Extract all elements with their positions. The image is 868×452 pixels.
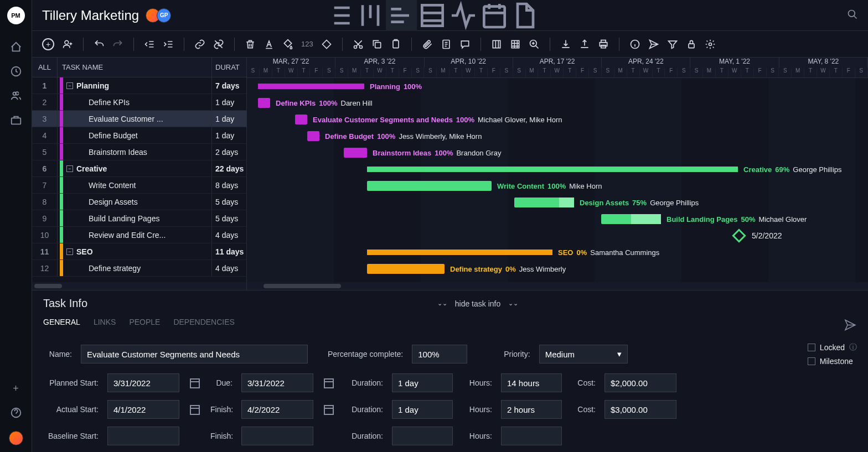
- collapse-icon[interactable]: −: [66, 248, 73, 255]
- filter-icon[interactable]: [667, 39, 678, 50]
- task-name-input[interactable]: [81, 345, 308, 363]
- export-icon[interactable]: [579, 39, 590, 50]
- calendar-icon[interactable]: [322, 376, 335, 389]
- gantt-bar[interactable]: Define strategy0%Jess Wimberly: [367, 264, 445, 274]
- due-input[interactable]: [241, 373, 313, 392]
- gantt-bar[interactable]: SEO0%Samantha Cummings: [367, 250, 552, 255]
- search-icon[interactable]: [847, 9, 858, 22]
- calendar-icon[interactable]: [188, 403, 202, 416]
- gantt-bar[interactable]: Creative69%George Phillips: [367, 167, 738, 172]
- grid-icon[interactable]: [510, 39, 521, 50]
- view-list-icon[interactable]: [324, 0, 355, 31]
- outdent-icon[interactable]: [144, 39, 155, 50]
- col-duration[interactable]: DURAT: [212, 58, 246, 77]
- zoom-icon[interactable]: [529, 39, 540, 50]
- task-row[interactable]: 2 Define KPIs 1 day: [32, 94, 246, 111]
- people-icon[interactable]: [10, 90, 22, 102]
- duration-input[interactable]: [392, 373, 453, 392]
- task-row[interactable]: 6 −Creative 22 days: [32, 160, 246, 177]
- link-icon[interactable]: [194, 39, 205, 50]
- hide-task-info-button[interactable]: ⌄⌄ hide task info ⌄⌄: [437, 299, 519, 308]
- gear-icon[interactable]: [705, 39, 716, 50]
- note-icon[interactable]: [441, 39, 452, 50]
- view-calendar-icon[interactable]: [479, 0, 510, 31]
- app-logo[interactable]: PM: [7, 7, 25, 24]
- paste-icon[interactable]: [390, 39, 401, 50]
- gantt-bar[interactable]: Write Content100%Mike Horn: [367, 181, 492, 191]
- view-gantt-icon[interactable]: [386, 0, 417, 31]
- baseline-hours-input[interactable]: [501, 427, 562, 445]
- indent-icon[interactable]: [163, 39, 174, 50]
- calendar-icon[interactable]: [188, 376, 202, 389]
- task-row[interactable]: 7 Write Content 8 days: [32, 177, 246, 194]
- view-sheet-icon[interactable]: [417, 0, 448, 31]
- col-name[interactable]: TASK NAME: [58, 58, 212, 77]
- task-row[interactable]: 4 Define Budget 1 day: [32, 127, 246, 144]
- task-row[interactable]: 9 Build Landing Pages 5 days: [32, 210, 246, 227]
- delete-icon[interactable]: [245, 39, 256, 50]
- milestone-icon[interactable]: [732, 228, 746, 242]
- actual-start-input[interactable]: [107, 400, 179, 419]
- task-row[interactable]: 8 Design Assets 5 days: [32, 194, 246, 210]
- hours-input[interactable]: [501, 373, 562, 392]
- priority-select[interactable]: Medium▾: [539, 345, 628, 363]
- gantt-bar[interactable]: Build Landing Pages50%Michael Glover: [601, 214, 661, 224]
- import-icon[interactable]: [560, 39, 571, 50]
- view-activity-icon[interactable]: [448, 0, 479, 31]
- columns-icon[interactable]: [491, 39, 502, 50]
- view-file-icon[interactable]: [510, 0, 541, 31]
- undo-icon[interactable]: [94, 39, 105, 50]
- comment-icon[interactable]: [459, 39, 471, 50]
- grid-scrollbar[interactable]: [32, 282, 246, 290]
- diamond-icon[interactable]: [321, 39, 332, 50]
- send-icon[interactable]: [844, 318, 857, 332]
- redo-icon[interactable]: [112, 39, 123, 50]
- attach-icon[interactable]: [422, 39, 433, 50]
- pct-input[interactable]: [412, 345, 467, 363]
- add-person-icon[interactable]: [62, 39, 73, 50]
- lock-icon[interactable]: [686, 39, 697, 50]
- tab-links[interactable]: LINKS: [94, 318, 116, 332]
- locked-checkbox[interactable]: Locked ⓘ: [808, 342, 857, 352]
- task-row[interactable]: 12 Define strategy 4 days: [32, 260, 246, 277]
- info-icon[interactable]: [629, 39, 640, 50]
- task-row[interactable]: 10 Review and Edit Cre... 4 days: [32, 227, 246, 243]
- cost-input[interactable]: [604, 373, 676, 392]
- home-icon[interactable]: [10, 41, 22, 53]
- unlink-icon[interactable]: [213, 39, 224, 50]
- text-123[interactable]: 123: [301, 40, 313, 48]
- col-all[interactable]: ALL: [32, 58, 58, 77]
- member-avatar[interactable]: GP: [157, 8, 171, 23]
- cost-input[interactable]: [604, 400, 676, 419]
- collapse-icon[interactable]: −: [66, 165, 73, 172]
- task-row[interactable]: 5 Brainstorm Ideas 2 days: [32, 144, 246, 160]
- tab-general[interactable]: GENERAL: [43, 318, 80, 332]
- finish-input[interactable]: [241, 400, 313, 419]
- copy-icon[interactable]: [371, 39, 383, 50]
- task-row[interactable]: 11 −SEO 11 days: [32, 243, 246, 260]
- tab-people[interactable]: PEOPLE: [129, 318, 160, 332]
- text-color-icon[interactable]: [264, 39, 275, 50]
- collapse-icon[interactable]: −: [66, 82, 73, 89]
- view-board-icon[interactable]: [355, 0, 386, 31]
- hours-input[interactable]: [501, 400, 562, 419]
- send-icon[interactable]: [648, 39, 659, 50]
- duration-input[interactable]: [392, 400, 453, 419]
- briefcase-icon[interactable]: [10, 114, 22, 126]
- baseline-finish-input[interactable]: [241, 427, 313, 445]
- gantt-bar[interactable]: Evaluate Customer Segments and Needs100%…: [295, 115, 307, 124]
- planned-start-input[interactable]: [107, 373, 179, 392]
- calendar-icon[interactable]: [322, 403, 335, 416]
- baseline-start-input[interactable]: [107, 427, 179, 445]
- cut-icon[interactable]: [353, 39, 364, 50]
- user-avatar[interactable]: [9, 431, 23, 445]
- baseline-duration-input[interactable]: [392, 427, 453, 445]
- add-task-icon[interactable]: +: [42, 38, 54, 50]
- gantt-scrollbar[interactable]: [247, 282, 868, 290]
- clock-icon[interactable]: [10, 65, 22, 77]
- help-icon[interactable]: [10, 407, 22, 419]
- task-row[interactable]: 1 −Planning 7 days: [32, 77, 246, 94]
- fill-icon[interactable]: [282, 39, 293, 50]
- gantt-bar[interactable]: Brainstorm Ideas100%Brandon Gray: [344, 148, 367, 158]
- gantt-bar[interactable]: Planning100%: [258, 84, 364, 89]
